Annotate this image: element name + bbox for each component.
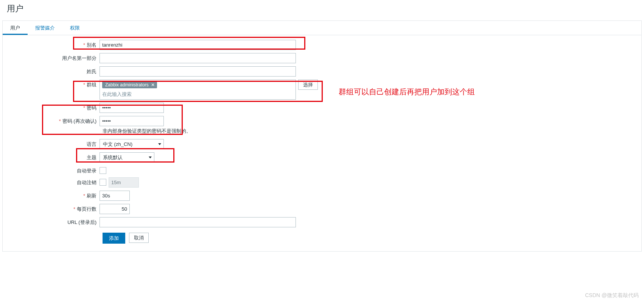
remove-tag-icon[interactable]: ✕ [151,82,155,88]
url-input[interactable] [100,217,296,227]
groups-search-input[interactable] [101,90,294,98]
alias-input[interactable] [100,40,296,50]
language-select[interactable]: 中文 (zh_CN) [100,139,164,149]
content-card: 用户 报警媒介 权限 群组可以自己创建后再把用户加到这个组 别名 用户名第一部分 [2,20,642,252]
password-hint: 非内部身份验证类型的密码不是强制的。 [103,128,635,135]
language-select-value: 中文 (zh_CN) [103,141,132,148]
label-alias: 别名 [9,40,100,49]
select-groups-button[interactable]: 选择 [298,80,318,90]
groups-multiselect[interactable]: Zabbix administrators ✕ [100,80,296,100]
label-firstname: 用户名第一部分 [9,53,100,62]
chevron-down-icon [149,156,152,158]
add-button[interactable]: 添加 [103,233,125,244]
label-autologout: 自动注销 [9,177,100,186]
rows-input[interactable] [100,204,130,214]
main-scroll-container[interactable]: 用户 用户 报警媒介 权限 群组可以自己创建后再把用户加到这个组 别名 [0,0,644,302]
label-password-confirm: 密码 (再次确认) [9,116,100,125]
annotation-groups: 群组可以自己创建后再把用户加到这个组 [339,87,475,97]
password-confirm-input[interactable] [100,116,164,126]
theme-select[interactable]: 系统默认 [100,152,154,163]
password-input[interactable] [100,103,164,113]
label-url: URL (登录后) [9,217,100,226]
group-tag-label: Zabbix administrators [105,82,149,88]
cancel-button[interactable]: 取消 [129,233,149,243]
theme-select-value: 系统默认 [103,154,123,161]
group-tag: Zabbix administrators ✕ [102,81,157,88]
autologin-checkbox[interactable] [100,167,106,174]
label-theme: 主题 [9,152,100,161]
label-password: 密码 [9,103,100,111]
tab-user[interactable]: 用户 [3,21,28,35]
refresh-input[interactable] [100,191,130,201]
chevron-down-icon [158,143,161,145]
label-autologin: 自动登录 [9,166,100,174]
label-surname: 姓氏 [9,66,100,75]
firstname-input[interactable] [100,53,296,63]
tab-permissions[interactable]: 权限 [62,21,87,35]
label-rows: 每页行数 [9,204,100,213]
autologout-value: 15m [109,177,139,188]
user-form: 群组可以自己创建后再把用户加到这个组 别名 用户名第一部分 姓氏 [3,35,641,251]
label-language: 语言 [9,139,100,148]
autologout-checkbox[interactable] [100,179,106,186]
label-refresh: 刷新 [9,191,100,199]
label-groups: 群组 [9,80,100,88]
tab-media[interactable]: 报警媒介 [28,21,62,35]
page-title: 用户 [7,3,637,14]
surname-input[interactable] [100,66,296,77]
tabs: 用户 报警媒介 权限 [3,21,641,35]
